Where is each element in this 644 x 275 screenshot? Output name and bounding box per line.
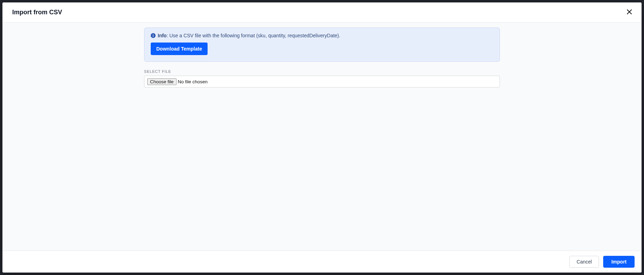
import-button[interactable]: Import [603,256,635,268]
cancel-button[interactable]: Cancel [569,256,599,268]
file-input[interactable]: Choose file No file chosen [144,76,500,87]
info-icon [151,33,156,38]
close-button[interactable] [625,7,634,17]
file-status-text: No file chosen [178,79,208,84]
choose-file-button[interactable]: Choose file [147,78,177,85]
modal-body: Info: Use a CSV file with the following … [2,23,642,251]
info-label: Info [158,33,167,38]
info-line: Info: Use a CSV file with the following … [151,33,493,38]
close-icon [627,9,632,15]
svg-rect-1 [153,35,153,37]
import-csv-modal: Import from CSV Info: Use a CSV file wit… [2,2,642,273]
info-text: Use a CSV file with the following format… [169,33,340,38]
svg-rect-2 [153,35,153,35]
modal-title: Import from CSV [12,9,62,16]
download-template-button[interactable]: Download Template [151,43,208,55]
modal-footer: Cancel Import [2,251,642,273]
modal-header: Import from CSV [2,2,642,23]
select-file-label: SELECT FILE [144,69,500,74]
info-alert: Info: Use a CSV file with the following … [144,28,500,62]
info-text-container: Info: Use a CSV file with the following … [158,33,340,38]
content-wrap: Info: Use a CSV file with the following … [141,28,503,251]
